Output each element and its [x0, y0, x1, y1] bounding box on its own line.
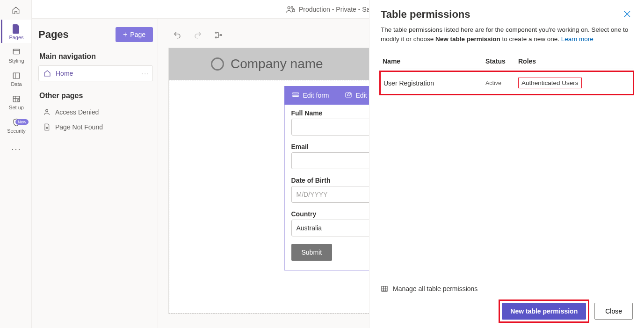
svg-point-3 — [17, 100, 19, 101]
nav-access-denied-label: Access Denied — [55, 108, 99, 116]
add-page-button[interactable]: + Page — [116, 27, 153, 42]
new-table-permission-button[interactable]: New table permission — [502, 303, 586, 320]
rail-pages-label: Pages — [9, 35, 23, 40]
other-pages-heading: Other pages — [39, 92, 153, 100]
nav-item-access-denied[interactable]: Access Denied — [38, 105, 153, 120]
rail-pages[interactable]: Pages — [1, 20, 31, 43]
country-value: Australia — [297, 224, 322, 232]
rail-more[interactable]: ··· — [1, 136, 31, 160]
perm-name: User Registration — [384, 79, 485, 87]
perm-roles: Authenticated Users — [518, 78, 630, 88]
permission-row[interactable]: User Registration Active Authenticated U… — [382, 73, 632, 93]
add-page-label: Page — [130, 31, 145, 38]
environment-label: Production - Private - Saved — [299, 6, 381, 13]
new-permission-highlight: New table permission — [500, 301, 588, 321]
panel-sub-bold: New table permission — [435, 36, 500, 43]
setup-icon — [12, 94, 21, 104]
person-icon — [43, 108, 51, 116]
form-icon — [292, 92, 299, 99]
svg-point-9 — [215, 37, 217, 38]
manage-all-label: Manage all table permissions — [393, 285, 478, 292]
panel-footer: New table permission Close — [381, 301, 633, 321]
rail-setup[interactable]: Set up — [1, 90, 31, 113]
nav-item-home[interactable]: Home ··· — [38, 65, 153, 81]
svg-rect-11 — [293, 93, 298, 94]
svg-rect-1 — [13, 73, 20, 78]
close-button[interactable]: Close — [594, 303, 633, 320]
role-chip: Authenticated Users — [518, 78, 582, 88]
table-permissions-panel: Table permissions The table permissions … — [369, 0, 644, 328]
permissions-table-head: Name Status Roles — [381, 54, 633, 69]
main-nav-heading: Main navigation — [39, 52, 153, 61]
svg-rect-0 — [13, 49, 20, 54]
new-badge: New — [15, 119, 29, 125]
manage-all-link[interactable]: Manage all table permissions — [381, 280, 633, 301]
company-logo-icon — [211, 57, 224, 71]
component-tree-button[interactable] — [212, 29, 224, 41]
submit-button[interactable]: Submit — [291, 244, 333, 261]
rail-setup-label: Set up — [9, 105, 24, 110]
close-panel-button[interactable] — [622, 8, 633, 20]
ellipsis-icon: ··· — [12, 144, 21, 154]
pages-panel: Pages + Page Main navigation Home ··· Ot… — [32, 19, 158, 328]
nav-item-page-not-found[interactable]: Page Not Found — [38, 120, 153, 135]
page-x-icon — [43, 123, 51, 131]
home-icon — [43, 70, 51, 77]
redo-button[interactable] — [192, 29, 204, 41]
permission-row-highlight: User Registration Active Authenticated U… — [381, 72, 633, 94]
nav-pnf-label: Page Not Found — [55, 123, 103, 131]
col-name: Name — [383, 57, 485, 65]
rail-security[interactable]: New Security — [1, 113, 31, 136]
people-lock-icon — [286, 5, 295, 14]
nav-home-more[interactable]: ··· — [141, 70, 150, 77]
svg-rect-12 — [293, 95, 298, 97]
nav-home-label: Home — [56, 70, 73, 77]
plus-icon: + — [123, 30, 127, 39]
svg-rect-6 — [292, 9, 295, 11]
left-rail: Pages Styling Data Set up New Security ·… — [0, 0, 32, 328]
svg-point-10 — [220, 35, 222, 36]
panel-sub-b: to create a new one. — [500, 36, 561, 43]
svg-rect-16 — [382, 286, 387, 292]
pages-title: Pages — [38, 29, 69, 41]
page-icon — [12, 24, 21, 34]
company-name-text: Company name — [231, 57, 323, 71]
rail-styling[interactable]: Styling — [1, 43, 31, 66]
close-icon — [623, 10, 631, 18]
svg-point-7 — [46, 109, 48, 112]
undo-button[interactable] — [171, 29, 183, 41]
edit-form-button[interactable]: Edit form — [284, 86, 337, 105]
panel-subtitle: The table permissions listed here are fo… — [381, 25, 633, 43]
rail-data[interactable]: Data — [1, 66, 31, 90]
table-icon — [381, 285, 388, 292]
fields-icon — [345, 92, 352, 99]
svg-point-4 — [288, 7, 290, 9]
home-icon-button[interactable] — [3, 3, 29, 18]
learn-more-link[interactable]: Learn more — [561, 36, 593, 43]
svg-point-8 — [215, 32, 217, 33]
svg-point-5 — [291, 6, 293, 8]
rail-styling-label: Styling — [8, 58, 24, 64]
col-status: Status — [485, 57, 518, 65]
styling-icon — [12, 48, 21, 57]
rail-security-label: Security — [7, 128, 26, 134]
col-roles: Roles — [518, 57, 631, 65]
perm-status: Active — [485, 80, 518, 86]
permissions-table: Name Status Roles User Registration Acti… — [381, 54, 633, 94]
data-icon — [12, 71, 21, 80]
panel-title: Table permissions — [381, 8, 470, 21]
edit-form-label: Edit form — [303, 92, 329, 99]
rail-data-label: Data — [11, 81, 22, 87]
